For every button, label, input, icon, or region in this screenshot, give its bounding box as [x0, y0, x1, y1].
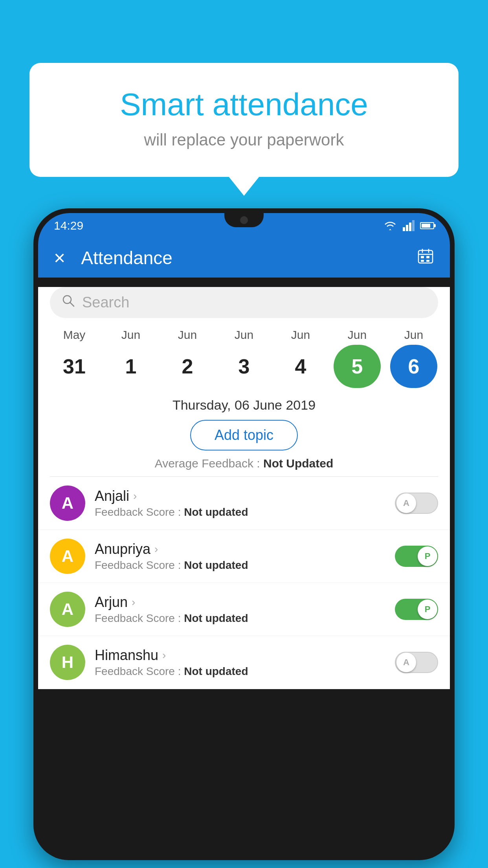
status-time: 14:29 — [54, 219, 83, 232]
svg-rect-8 — [421, 256, 424, 258]
battery-icon — [420, 222, 434, 229]
chevron-icon: › — [132, 596, 135, 609]
svg-rect-9 — [426, 256, 429, 258]
avatar: A — [50, 592, 85, 627]
avg-feedback: Average Feedback : Not Updated — [38, 457, 450, 470]
calendar-date[interactable]: 1 — [107, 345, 154, 388]
calendar-strip: MayJunJunJunJunJunJun 31123456 — [38, 324, 450, 392]
feedback-score: Feedback Score : Not updated — [95, 506, 385, 519]
phone-frame: 14:29 — [33, 208, 455, 860]
notch-camera — [240, 216, 248, 224]
toggle-knob: A — [396, 653, 416, 672]
avg-feedback-value: Not Updated — [263, 457, 333, 470]
student-info: Anjali ›Feedback Score : Not updated — [95, 488, 385, 519]
avatar: A — [50, 539, 85, 574]
calendar-month: May — [51, 328, 98, 342]
student-info: Anupriya ›Feedback Score : Not updated — [95, 541, 385, 572]
search-bar[interactable]: Search — [50, 287, 438, 318]
attendance-toggle[interactable]: A — [395, 652, 438, 673]
feedback-score: Feedback Score : Not updated — [95, 665, 385, 678]
student-item[interactable]: AAnjali ›Feedback Score : Not updatedA — [38, 477, 450, 530]
student-item[interactable]: AArjun ›Feedback Score : Not updatedP — [38, 583, 450, 636]
calendar-date[interactable]: 3 — [220, 345, 268, 388]
avatar: H — [50, 645, 85, 680]
student-name: Anjali › — [95, 488, 385, 504]
svg-rect-4 — [418, 250, 433, 263]
calendar-month: Jun — [164, 328, 211, 342]
wifi-icon — [383, 220, 397, 231]
toggle-knob: P — [418, 600, 437, 619]
calendar-date[interactable]: 6 — [390, 345, 437, 388]
search-input-placeholder: Search — [82, 294, 129, 311]
student-list: AAnjali ›Feedback Score : Not updatedAAA… — [38, 477, 450, 689]
calendar-months: MayJunJunJunJunJunJun — [46, 328, 442, 342]
chevron-icon: › — [154, 543, 158, 555]
calendar-month: Jun — [107, 328, 154, 342]
student-item[interactable]: AAnupriya ›Feedback Score : Not updatedP — [38, 530, 450, 583]
bubble-subtitle: will replace your paperwork — [61, 131, 427, 149]
signal-icon — [403, 220, 415, 231]
svg-rect-2 — [409, 223, 411, 231]
chevron-icon: › — [133, 490, 137, 502]
app-title: Attendance — [81, 247, 417, 268]
calendar-date[interactable]: 4 — [277, 345, 324, 388]
svg-rect-10 — [421, 260, 424, 262]
student-info: Arjun ›Feedback Score : Not updated — [95, 594, 385, 625]
svg-rect-11 — [426, 260, 429, 262]
calendar-date[interactable]: 5 — [334, 345, 381, 388]
notch — [224, 213, 264, 227]
calendar-month: Jun — [220, 328, 268, 342]
student-info: Himanshu ›Feedback Score : Not updated — [95, 647, 385, 678]
avg-feedback-label: Average Feedback : — [155, 457, 263, 470]
chevron-icon: › — [162, 649, 166, 662]
calendar-month: Jun — [390, 328, 437, 342]
svg-rect-3 — [412, 220, 415, 231]
svg-rect-1 — [406, 225, 408, 231]
screen-content: Search MayJunJunJunJunJunJun 31123456 Th… — [38, 287, 450, 689]
attendance-toggle[interactable]: P — [395, 599, 438, 620]
attendance-toggle[interactable]: P — [395, 546, 438, 567]
feedback-score: Feedback Score : Not updated — [95, 612, 385, 625]
student-item[interactable]: HHimanshu ›Feedback Score : Not updatedA — [38, 636, 450, 689]
phone-inner: 14:29 — [38, 213, 450, 855]
avatar: A — [50, 485, 85, 521]
selected-date: Thursday, 06 June 2019 — [38, 392, 450, 416]
bubble-title: Smart attendance — [61, 86, 427, 123]
student-name: Anupriya › — [95, 541, 385, 557]
calendar-date[interactable]: 2 — [164, 345, 211, 388]
toggle-knob: P — [418, 546, 437, 566]
attendance-toggle[interactable]: A — [395, 493, 438, 514]
svg-rect-0 — [403, 227, 405, 231]
search-icon — [62, 294, 75, 311]
calendar-dates[interactable]: 31123456 — [46, 345, 442, 388]
toggle-knob: A — [396, 493, 416, 513]
calendar-icon[interactable] — [417, 247, 434, 268]
svg-line-13 — [70, 302, 74, 306]
calendar-month: Jun — [334, 328, 381, 342]
status-bar: 14:29 — [38, 213, 450, 238]
student-name: Arjun › — [95, 594, 385, 611]
speech-bubble-wrapper: Smart attendance will replace your paper… — [29, 63, 459, 177]
add-topic-button[interactable]: Add topic — [190, 420, 298, 451]
calendar-month: Jun — [277, 328, 324, 342]
app-header: × Attendance — [38, 238, 450, 278]
status-icons — [383, 220, 434, 231]
student-name: Himanshu › — [95, 647, 385, 664]
feedback-score: Feedback Score : Not updated — [95, 559, 385, 572]
close-button[interactable]: × — [54, 246, 65, 269]
calendar-date[interactable]: 31 — [51, 345, 98, 388]
speech-bubble: Smart attendance will replace your paper… — [29, 63, 459, 177]
